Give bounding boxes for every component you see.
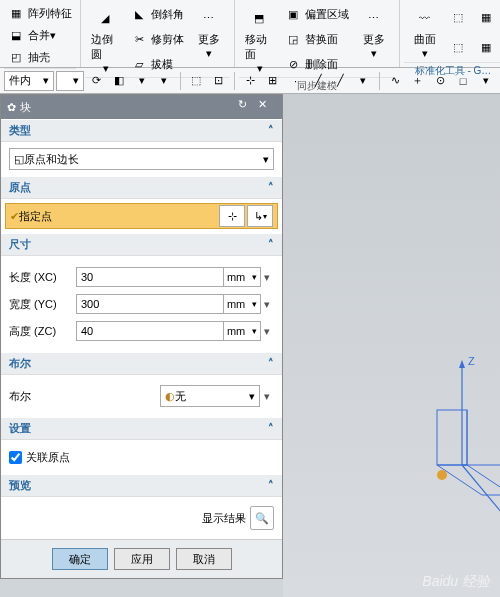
apply-button[interactable]: 应用 [114, 548, 170, 570]
tool-b[interactable]: ⬚ [446, 36, 472, 58]
cancel-button[interactable]: 取消 [176, 548, 232, 570]
shell-icon: ◰ [6, 47, 26, 67]
dropdown-icon: ▾ [206, 47, 212, 60]
offset-region[interactable]: ▣偏置区域 [281, 4, 351, 26]
unit-dropdown[interactable]: mm▾ [224, 267, 261, 287]
square-icon[interactable]: □ [453, 70, 474, 92]
cube-icon: ⬚ [448, 37, 468, 57]
dropdown-icon: ▾ [263, 212, 267, 221]
tool-icon[interactable]: ▾ [154, 70, 175, 92]
dropdown-icon: ▾ [50, 29, 56, 42]
chevron-up-icon: ˄ [268, 357, 274, 370]
replace-face[interactable]: ◲替换面 [281, 29, 351, 51]
tool-c[interactable]: ▦ [474, 6, 500, 28]
move-face[interactable]: ⬒移动面▾ [239, 2, 281, 77]
crosshair-icon: ⊹ [228, 210, 237, 223]
chevron-up-icon: ˄ [268, 422, 274, 435]
height-row: 高度 (ZC) mm▾ ▾ [9, 319, 274, 343]
bool-dropdown[interactable]: ◐ 无 ▾ [160, 385, 260, 407]
scope-combo[interactable]: 件内▾ [4, 71, 54, 91]
dropdown-icon: ▾ [252, 272, 257, 282]
edge-blend[interactable]: ◢边倒圆▾ [85, 2, 127, 77]
length-input[interactable] [76, 267, 224, 287]
tool-icon[interactable]: ◧ [109, 70, 130, 92]
section-settings[interactable]: 设置˄ [1, 417, 282, 439]
tool-icon[interactable]: ⟳ [86, 70, 107, 92]
chevron-down-icon[interactable]: ▾ [261, 321, 274, 341]
ribbon: ▦阵列特征 ⬓合并 ▾ ◰抽壳 特征 ◢边倒圆▾ ◣倒斜角 ✂修剪体 ▱拔模 ⋯… [0, 0, 500, 68]
tool-icon[interactable]: ▾ [131, 70, 152, 92]
csys-triad: Z Y X [392, 335, 501, 555]
chevron-up-icon: ˄ [268, 124, 274, 137]
separator [379, 72, 380, 90]
block-icon: ◱ [14, 153, 24, 166]
more-icon: ⋯ [359, 4, 387, 32]
section-size[interactable]: 尺寸˄ [1, 233, 282, 255]
tool-icon[interactable]: ⊞ [262, 70, 283, 92]
tool-icon[interactable]: ⊡ [208, 70, 229, 92]
section-bool[interactable]: 布尔˄ [1, 352, 282, 374]
unite[interactable]: ⬓合并 ▾ [4, 24, 74, 46]
chevron-up-icon: ˄ [268, 238, 274, 251]
assoc-origin-row: 关联原点 [9, 446, 274, 468]
chevron-down-icon[interactable]: ▾ [261, 294, 274, 314]
section-origin[interactable]: 原点˄ [1, 176, 282, 198]
length-label: 长度 (XC) [9, 270, 76, 285]
tool-icon[interactable]: ⬚ [186, 70, 207, 92]
magnifier-icon: 🔍 [255, 512, 269, 525]
filter-combo[interactable]: ▾ [56, 71, 84, 91]
assoc-origin-checkbox[interactable] [9, 451, 22, 464]
show-result-button[interactable]: 🔍 [250, 506, 274, 530]
tool-d[interactable]: ▦ [474, 36, 500, 58]
ribbon-group-edge: ◢边倒圆▾ ◣倒斜角 ✂修剪体 ▱拔模 ⋯更多▾ [81, 0, 235, 67]
svg-marker-7 [437, 465, 501, 495]
dropdown-icon[interactable]: ▾ [353, 70, 374, 92]
chevron-down-icon[interactable]: ▾ [261, 267, 274, 287]
surface-icon: 〰 [410, 4, 438, 32]
chamfer-icon: ◣ [129, 5, 149, 25]
unit-dropdown[interactable]: mm▾ [224, 321, 261, 341]
unite-icon: ⬓ [6, 25, 26, 45]
more-edge[interactable]: ⋯更多▾ [188, 2, 230, 77]
inferred-point-button[interactable]: ↳▾ [247, 205, 273, 227]
chevron-down-icon[interactable]: ▾ [260, 386, 274, 406]
chamfer[interactable]: ◣倒斜角 [127, 4, 186, 26]
point-constructor-button[interactable]: ⊹ [219, 205, 245, 227]
watermark: Baidu 经验 [422, 573, 490, 591]
gear-icon: ✿ [7, 101, 16, 114]
height-input[interactable] [76, 321, 224, 341]
tool-a[interactable]: ⬚ [446, 6, 472, 28]
dropdown-icon: ▾ [252, 326, 257, 336]
tool-icon[interactable]: ⊹ [240, 70, 261, 92]
dialog-titlebar[interactable]: ✿ 块 ↻ ✕ [1, 95, 282, 119]
unit-dropdown[interactable]: mm▾ [224, 294, 261, 314]
circle-icon[interactable]: ⊙ [430, 70, 451, 92]
pattern-feature[interactable]: ▦阵列特征 [4, 2, 74, 24]
add-icon[interactable]: ＋ [407, 70, 428, 92]
cube-icon: ▦ [476, 7, 496, 27]
point-icon[interactable]: · [285, 70, 306, 92]
section-preview[interactable]: 预览˄ [1, 474, 282, 496]
shell[interactable]: ◰抽壳 [4, 46, 74, 68]
line-icon[interactable]: ╱ [308, 70, 329, 92]
viewport-3d[interactable]: Z Y X Baidu 经验 [283, 94, 500, 597]
width-input[interactable] [76, 294, 224, 314]
line-icon[interactable]: ╱ [330, 70, 351, 92]
dialog-buttons: 确定 应用 取消 [1, 539, 282, 578]
assoc-origin-label: 关联原点 [26, 450, 70, 465]
toolbar: 件内▾ ▾ ⟳ ◧ ▾ ▾ ⬚ ⊡ ⊹ ⊞ · ╱ ╱ ▾ ∿ ＋ ⊙ □ ▾ [0, 68, 500, 94]
ok-button[interactable]: 确定 [52, 548, 108, 570]
surface[interactable]: 〰曲面▾ [404, 2, 446, 62]
close-icon[interactable]: ✕ [258, 98, 276, 116]
chevron-up-icon: ˄ [268, 181, 274, 194]
section-type[interactable]: 类型˄ [1, 119, 282, 141]
specify-point-row[interactable]: ✔ 指定点 ⊹ ↳▾ [5, 203, 278, 229]
dropdown-icon[interactable]: ▾ [475, 70, 496, 92]
reset-icon[interactable]: ↻ [238, 98, 256, 116]
length-row: 长度 (XC) mm▾ ▾ [9, 265, 274, 289]
more-sync[interactable]: ⋯更多▾ [353, 2, 395, 77]
curve-icon[interactable]: ∿ [385, 70, 406, 92]
trim-body[interactable]: ✂修剪体 [127, 29, 186, 51]
z-axis-label: Z [468, 355, 475, 367]
type-dropdown[interactable]: ◱ 原点和边长 ▾ [9, 148, 274, 170]
